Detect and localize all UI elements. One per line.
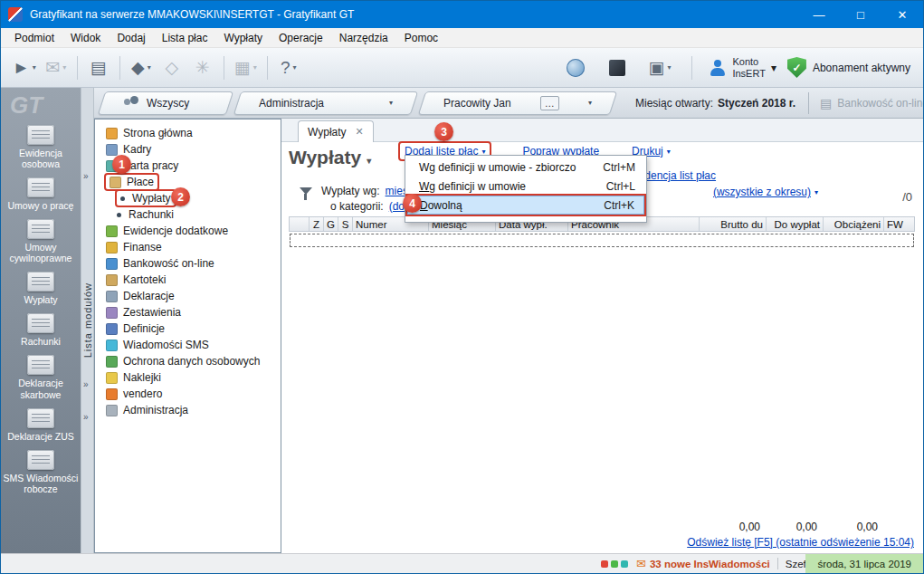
context-tab-pracownik[interactable]: Pracowity Jan … ▾ [422, 91, 614, 115]
ins-messages-link[interactable]: 33 nowe InsWiadomości [650, 559, 770, 569]
ledger-icon [106, 225, 118, 237]
menu-item-wg-definicji[interactable]: Wg definicji w umowie Ctrl+L [407, 177, 644, 196]
menu-item-wg-definicji-zbiorczo[interactable]: Wg definicji w umowie - zbiorczo Ctrl+M [407, 158, 644, 177]
current-user-label: Szef [786, 559, 806, 569]
tree-item-zestawienia[interactable]: Zestawienia [95, 304, 281, 320]
menu-widok[interactable]: Widok [62, 29, 109, 47]
module-wyplaty[interactable]: Wypłaty [3, 272, 79, 305]
tree-item-rachunki[interactable]: Rachunki [95, 206, 281, 223]
menu-bar: Podmiot Widok Dodaj Lista płac Wypłaty O… [1, 28, 923, 48]
module-deklaracje-skarbowe[interactable]: Deklaracje skarbowe [3, 355, 79, 399]
column-header-z[interactable]: Z [310, 217, 324, 231]
menu-operacje[interactable]: Operacje [271, 29, 331, 47]
module-rachunki[interactable]: Rachunki [3, 313, 79, 347]
tree-item-vendero[interactable]: vendero [95, 386, 281, 402]
page-title[interactable]: Wypłaty ▾ [289, 147, 371, 168]
menu-podmiot[interactable]: Podmiot [6, 29, 62, 47]
column-header-g[interactable]: G [324, 217, 338, 231]
tag-outline-button[interactable]: ◇ [157, 53, 187, 83]
module-umowy-o-prace[interactable]: Umowy o pracę [3, 177, 79, 211]
menu-pomoc[interactable]: Pomoc [396, 29, 446, 47]
tree-item-definicje[interactable]: Definicje [95, 320, 281, 337]
menu-dodaj[interactable]: Dodaj [109, 29, 153, 47]
annotation-box-place: Płace [106, 175, 157, 189]
toolbar-right: ▣ ▾ Konto InsERT ▾ ✓ Abonament aktywny [560, 53, 916, 83]
module-umowy-cywilnoprawne[interactable]: Umowy cywilnoprawne [3, 219, 79, 263]
column-header-obciazenia[interactable]: Obciążeni [824, 217, 884, 231]
tree-item-wiadomosci-sms[interactable]: Wiadomości SMS [95, 337, 281, 353]
main-content: Wypłaty ✕ Wypłaty ▾ Dodaj listę płac ▾ P… [281, 119, 923, 553]
column-header-do-wyplaty[interactable]: Do wypłat [767, 217, 824, 231]
context-tab-wszyscy[interactable]: Wszyscy [101, 91, 230, 115]
bullet-icon [117, 213, 121, 217]
browse-employee-button[interactable]: … [540, 96, 559, 110]
bullet-icon [120, 196, 125, 201]
tag-button[interactable]: ◆ ▾ [126, 53, 157, 83]
tree-item-bankowosc[interactable]: Bankowość on-line [95, 255, 281, 272]
module-list-strip[interactable]: » Lista modułów » » [81, 88, 94, 553]
tree-item-strona-glowna[interactable]: Strona główna [95, 125, 281, 141]
tree-item-place[interactable]: Płace [95, 174, 281, 190]
window-controls: — □ ✕ [798, 1, 923, 28]
column-header-s[interactable]: S [338, 217, 353, 231]
tree-item-label: Rachunki [129, 208, 174, 221]
close-tab-icon[interactable]: ✕ [356, 126, 364, 138]
refresh-list-link[interactable]: Odśwież listę [F5] (ostatnie odświeżenie… [687, 536, 914, 549]
menu-shortcut: Ctrl+L [606, 180, 635, 193]
tree-item-deklaracje[interactable]: Deklaracje [95, 288, 281, 304]
documents-button[interactable]: ▤ [83, 53, 114, 83]
tree-item-naklejki[interactable]: Naklejki [95, 369, 281, 386]
mail-button[interactable]: ✉ ▾ [41, 53, 71, 83]
module-label: Ewidencja osobowa [3, 148, 79, 169]
package-button[interactable] [602, 53, 633, 83]
insert-account-button[interactable]: Konto InsERT ▾ [709, 56, 776, 79]
tree-item-ewidencje-dodatkowe[interactable]: Ewidencje dodatkowe [95, 223, 281, 239]
chevron-down-icon: ▾ [667, 63, 671, 72]
empty-focus-row[interactable] [290, 234, 914, 247]
mail-icon: ✉ [45, 57, 60, 78]
menu-item-dowolna[interactable]: Dowolną Ctrl+K [407, 196, 644, 215]
page-title-text: Wypłaty [289, 147, 361, 168]
send-button[interactable]: ► ▾ [8, 53, 41, 83]
open-month-info: Miesiąc otwarty: Styczeń 2018 r. [635, 97, 795, 110]
sum-obciazenia: 0,00 [821, 521, 881, 533]
receipt-icon [27, 313, 54, 333]
menu-lista-plac[interactable]: Lista płac [154, 29, 216, 47]
help-button[interactable]: ? ▾ [273, 53, 304, 83]
content-tab-strip: Wypłaty ✕ [281, 119, 923, 142]
column-header-fw[interactable]: FW [884, 217, 914, 231]
bank-book-icon: ▤ [820, 96, 832, 110]
online-services-button[interactable] [560, 53, 591, 83]
content-tab-wyplaty[interactable]: Wypłaty ✕ [298, 120, 374, 142]
tools-button[interactable]: ✳ [187, 53, 218, 83]
sum-fw-spacer [881, 521, 915, 533]
filter-funnel-icon[interactable] [300, 187, 312, 195]
id-card-icon [27, 125, 54, 145]
context-tab-administracja[interactable]: Administracja ▾ [237, 91, 414, 115]
toolbar-separator [119, 56, 120, 80]
close-button[interactable]: ✕ [881, 1, 923, 28]
print-button[interactable]: ▦ ▾ [230, 53, 262, 83]
minimize-button[interactable]: — [798, 1, 840, 28]
period-filter-link[interactable]: (wszystkie z okresu) [713, 186, 811, 198]
cash-icon [27, 272, 54, 292]
chevron-right-icon: » [83, 412, 89, 422]
menu-narzedzia[interactable]: Narzędzia [331, 29, 396, 47]
menu-wyplaty[interactable]: Wypłaty [215, 29, 271, 47]
subscription-status[interactable]: ✓ Abonament aktywny [787, 57, 910, 78]
toolbar-separator [267, 56, 268, 80]
column-header-brutto[interactable]: Brutto du [700, 217, 767, 231]
module-ewidencja-osobowa[interactable]: Ewidencja osobowa [3, 125, 79, 169]
vendero-icon [106, 388, 118, 400]
tree-item-kartoteki[interactable]: Kartoteki [95, 272, 281, 288]
card-file-icon [106, 274, 118, 286]
maximize-button[interactable]: □ [840, 1, 881, 28]
app-icon [8, 7, 23, 22]
workstation-button[interactable]: ▣ ▾ [643, 53, 675, 83]
tree-item-ochrona-danych[interactable]: Ochrona danych osobowych [95, 353, 281, 369]
module-sms-wiadomosci[interactable]: SMS Wiadomości robocze [3, 450, 79, 494]
module-deklaracje-zus[interactable]: Deklaracje ZUS [3, 408, 79, 442]
tree-item-administracja[interactable]: Administracja [95, 402, 281, 418]
tree-item-label: Finanse [123, 241, 162, 254]
tree-item-finanse[interactable]: Finanse [95, 239, 281, 255]
